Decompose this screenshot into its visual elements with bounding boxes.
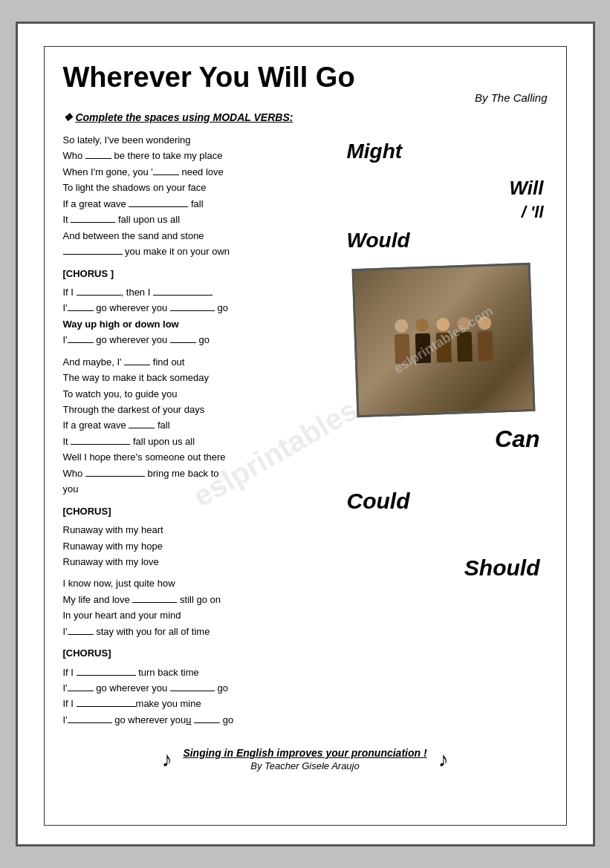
blank xyxy=(71,214,115,223)
lyric-line: you xyxy=(63,481,332,497)
lyric-line: Who bring me back to xyxy=(63,466,332,481)
blank xyxy=(68,334,94,343)
lyric-line: The way to make it back someday xyxy=(63,370,332,385)
person-body xyxy=(394,334,409,365)
lyric-line: Who be there to take my place xyxy=(63,148,332,163)
person-5 xyxy=(476,316,493,362)
footer-main-text: Singing in English improves your pronunc… xyxy=(183,747,426,759)
lyric-line: It fall upon us all xyxy=(63,212,332,227)
modal-verb-could: Could xyxy=(347,489,410,514)
page-title: Wherever You Will Go xyxy=(63,62,548,94)
blank xyxy=(77,287,121,296)
person-body xyxy=(456,332,472,362)
person-head xyxy=(415,319,429,333)
lyric-line: I' go wherever you go xyxy=(63,300,332,316)
lyric-line: In your heart and your mind xyxy=(63,607,332,623)
band-photo-inner: eslprintables.com xyxy=(354,265,533,415)
blank xyxy=(153,287,212,296)
modal-verb-will2: / 'll xyxy=(522,203,544,222)
lyric-line: So lately, I've been wondering xyxy=(63,132,332,148)
lyric-line: If a great wave fall xyxy=(63,417,332,433)
lyric-line: If I make you mine xyxy=(63,696,332,711)
lyric-line: It fall upon us all xyxy=(63,434,332,449)
footer-text-block: Singing in English improves your pronunc… xyxy=(183,747,426,771)
lyric-line: Through the darkest of your days xyxy=(63,402,332,417)
person-head xyxy=(456,317,470,331)
lyric-line: If I , then I xyxy=(63,284,332,300)
lyric-line: And maybe, I' find out xyxy=(63,354,332,370)
lyric-line: Runaway with my heart xyxy=(63,522,332,538)
lyric-line: Runaway with my hope xyxy=(63,538,332,554)
right-column: Might Will / 'll Would xyxy=(340,132,548,728)
music-note-left: ♪ xyxy=(161,748,172,771)
blank xyxy=(194,714,220,723)
person-2 xyxy=(414,319,430,364)
lyric-line: When I'm gone, you ' need love xyxy=(63,164,332,180)
blank xyxy=(77,698,136,707)
person-body xyxy=(477,331,493,362)
blank xyxy=(71,436,130,445)
page: eslprintables.com Wherever You Will Go B… xyxy=(16,22,595,846)
footer-sub-text: By Teacher Gisele Araujo xyxy=(183,760,426,771)
person-1 xyxy=(393,319,409,365)
chorus-label: [CHORUS ] xyxy=(63,266,332,281)
footer: ♪ Singing in English improves your pronu… xyxy=(63,741,548,771)
lyric-line: I' go wherever youu go xyxy=(63,712,332,728)
modal-verb-will: Will xyxy=(510,177,544,200)
lyric-line: I' go wherever you go xyxy=(63,332,332,347)
chorus-label: [CHORUS] xyxy=(63,645,332,661)
page-inner: eslprintables.com Wherever You Will Go B… xyxy=(44,46,567,826)
content-area: So lately, I've been wondering Who be th… xyxy=(63,132,548,728)
blank xyxy=(68,714,112,723)
person-body xyxy=(415,333,430,364)
person-head xyxy=(477,316,491,330)
lyric-line: Well I hope there's someone out there xyxy=(63,449,332,465)
band-silhouette xyxy=(393,316,493,365)
lyric-line: My life and love still go on xyxy=(63,592,332,607)
blank xyxy=(68,682,94,691)
modal-verb-would: Would xyxy=(347,229,410,252)
lyric-line: If a great wave fall xyxy=(63,196,332,212)
lyric-line: you make it on your own xyxy=(63,244,332,259)
person-3 xyxy=(435,318,451,363)
lyric-line: If I turn back time xyxy=(63,665,332,680)
blank xyxy=(132,594,177,603)
blank xyxy=(170,682,215,691)
lyric-line: I' go wherever you go xyxy=(63,680,332,696)
blank xyxy=(129,420,155,428)
music-note-right: ♪ xyxy=(438,748,449,771)
blank xyxy=(129,198,188,207)
lyric-line: Runaway with my love xyxy=(63,554,332,570)
modal-verb-can: Can xyxy=(495,425,539,453)
blank xyxy=(124,356,150,365)
blank xyxy=(77,667,136,676)
chorus-label: [CHORUS] xyxy=(63,503,332,519)
person-head xyxy=(435,318,450,332)
modal-verb-might: Might xyxy=(347,140,403,163)
blank xyxy=(68,302,94,311)
lyric-line: To light the shadows on your face xyxy=(63,180,332,195)
modal-verb-should: Should xyxy=(464,555,540,581)
person-4 xyxy=(455,317,472,362)
instruction-text: Complete the spaces using MODAL VERBS: xyxy=(63,111,548,123)
band-photo: eslprintables.com xyxy=(351,263,535,417)
lyric-line: Way up high or down low xyxy=(63,316,332,332)
blank xyxy=(153,166,179,175)
lyric-line: And between the sand and stone xyxy=(63,228,332,244)
blank xyxy=(85,468,145,477)
blank xyxy=(68,626,94,635)
blank xyxy=(170,302,215,311)
person-head xyxy=(394,319,408,333)
blank xyxy=(63,246,123,255)
lyric-line: I' stay with you for all of time xyxy=(63,624,332,639)
footer-row: ♪ Singing in English improves your pronu… xyxy=(63,747,548,771)
blank xyxy=(85,150,111,159)
lyrics-column: So lately, I've been wondering Who be th… xyxy=(63,132,332,728)
lyric-line: To watch you, to guide you xyxy=(63,386,332,402)
person-body xyxy=(435,333,451,363)
lyric-line: I know now, just quite how xyxy=(63,575,332,591)
blank xyxy=(170,334,196,343)
